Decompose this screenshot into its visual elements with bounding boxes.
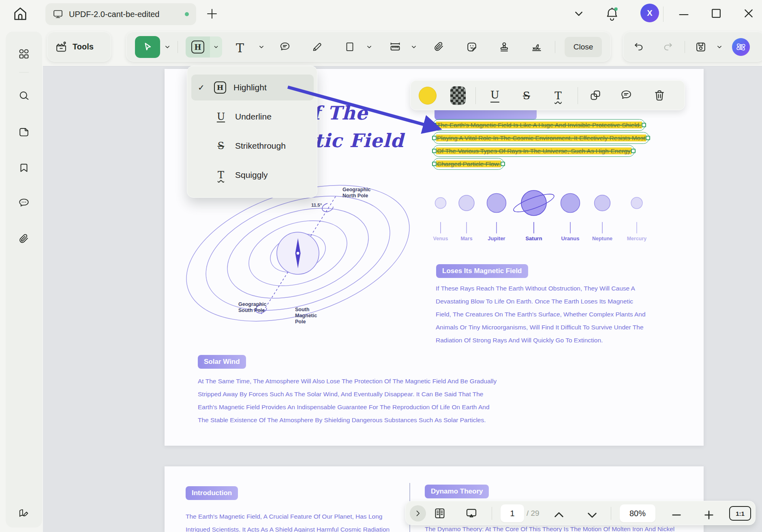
tools-button[interactable]: Tools: [47, 32, 111, 62]
annotated-text-line[interactable]: Playing A Vital Role In The Cosmic Envir…: [433, 132, 649, 144]
toolbox-icon: [55, 40, 68, 53]
annotated-text-line[interactable]: The Earth's Magnetic Field Is Like A Hug…: [433, 119, 645, 131]
zoom-in-button[interactable]: [702, 508, 715, 521]
comments-panel-button[interactable]: [18, 197, 30, 209]
delete-button[interactable]: [653, 89, 666, 102]
selection-handle[interactable]: [432, 162, 437, 166]
two-page-view-button[interactable]: [433, 507, 446, 520]
attachments-panel-button[interactable]: [18, 233, 30, 245]
menu-item-label: Strikethrough: [235, 141, 286, 151]
planets-chart: Venus Mars Jupiter Saturn Uranus Neptune: [430, 186, 657, 247]
previous-page-button[interactable]: [552, 508, 565, 521]
close-tool-button[interactable]: Close: [565, 37, 602, 57]
presentation-mode-button[interactable]: [465, 507, 478, 520]
page-total-label: / 29: [527, 501, 539, 526]
svg-text:Uranus: Uranus: [561, 235, 580, 241]
zoom-level-input[interactable]: 80%: [620, 504, 655, 522]
next-page-button[interactable]: [586, 508, 599, 521]
body-text-line: At The Same Time, The Atmosphere Will Al…: [198, 378, 497, 385]
section-badge-dynamo: Dynamo Theory: [425, 485, 489, 498]
comment-button[interactable]: [620, 89, 633, 102]
notifications-button[interactable]: [605, 6, 619, 22]
body-text-line: Intrigued Scientists. It Acts As A Shiel…: [186, 526, 390, 532]
thumbnails-button[interactable]: [18, 48, 30, 60]
selection-handle[interactable]: [631, 149, 636, 153]
planet-mercury: Mercury: [627, 197, 647, 241]
chevron-down-icon[interactable]: [410, 43, 417, 51]
minimize-button[interactable]: [678, 8, 691, 20]
selection-handle[interactable]: [432, 149, 437, 153]
undo-button[interactable]: [633, 41, 645, 53]
text-tool-button[interactable]: T: [236, 41, 248, 53]
chevron-down-icon[interactable]: [164, 43, 171, 51]
pages-button[interactable]: [18, 126, 30, 138]
avatar[interactable]: X: [640, 4, 659, 22]
actual-size-button[interactable]: 1:1: [729, 506, 751, 521]
measure-tool-button[interactable]: [389, 41, 401, 53]
underline-button[interactable]: U: [486, 87, 504, 105]
search-button[interactable]: [18, 90, 30, 102]
redo-button[interactable]: [662, 41, 674, 53]
signature-tool-button[interactable]: [530, 41, 544, 53]
svg-text:Mercury: Mercury: [627, 236, 647, 241]
highlighted-text: Playing A Vital Role In The Cosmic Envir…: [436, 135, 646, 141]
body-text-line: The Stable Existence Of The Atmosphere B…: [198, 417, 486, 424]
zoom-out-button[interactable]: [670, 508, 683, 521]
shape-tool-button[interactable]: [344, 41, 356, 53]
copy-button[interactable]: [589, 89, 602, 102]
save-button[interactable]: [695, 41, 707, 53]
body-text-line: Animals Or Tiny Microorganisms, Will Fin…: [436, 324, 644, 331]
sidebar-divider: [19, 72, 29, 73]
close-window-button[interactable]: [743, 7, 756, 20]
close-label: Close: [574, 43, 593, 51]
south-magnetic-label: South Magnetic Pole: [295, 307, 319, 325]
avatar-letter: X: [647, 9, 652, 18]
opacity-pattern-button[interactable]: [450, 86, 466, 105]
comment-tool-button[interactable]: [279, 41, 291, 53]
page-number-input[interactable]: 1: [501, 504, 524, 522]
strikethrough-icon: S: [214, 139, 228, 153]
strikethrough-button[interactable]: S: [518, 87, 535, 105]
checkmark-icon: ✓: [198, 83, 207, 92]
toolbar-divider: [492, 507, 492, 520]
pencil-tool-button[interactable]: [311, 41, 323, 53]
window-menu-button[interactable]: [573, 8, 585, 20]
menu-item-squiggly[interactable]: T Squiggly: [191, 162, 314, 188]
ai-assistant-button[interactable]: [732, 38, 750, 56]
menu-item-label: Underline: [235, 112, 272, 122]
reader-mode-button[interactable]: [18, 507, 30, 519]
annotated-text-line[interactable]: Charged Particle Flow.: [433, 158, 504, 170]
selection-handle[interactable]: [646, 136, 650, 140]
chevron-down-icon[interactable]: [258, 43, 265, 51]
body-text-line: Stripped Away By Forces Such As The Sola…: [198, 391, 484, 398]
squiggly-button[interactable]: T: [549, 87, 567, 105]
maximize-button[interactable]: [710, 7, 723, 20]
selection-handle[interactable]: [642, 123, 646, 127]
chevron-down-icon[interactable]: [366, 43, 373, 51]
home-button[interactable]: [12, 6, 30, 24]
bookmarks-button[interactable]: [18, 162, 30, 174]
chevron-down-icon[interactable]: [716, 43, 723, 51]
selection-handle[interactable]: [501, 162, 505, 166]
planet-mars: Mars: [459, 195, 474, 241]
body-text-line: Devastating Blow To Life On Earth. Once …: [436, 298, 633, 305]
stamp-tool-button[interactable]: [498, 41, 510, 53]
new-tab-button[interactable]: [205, 6, 221, 23]
highlight-tool-button[interactable]: H: [186, 36, 222, 58]
document-tab[interactable]: UPDF-2.0-cant-be-edited: [45, 3, 196, 25]
expand-toolbar-button[interactable]: [410, 505, 426, 521]
planet-jupiter: Jupiter: [487, 194, 506, 242]
select-tool-button[interactable]: [135, 36, 160, 58]
section-badge-loses: Loses Its Magnetic Field: [436, 264, 528, 278]
close-icon: [743, 7, 755, 19]
body-text-line: Radiation Of Strong Rays And Will Quickl…: [436, 337, 603, 344]
annotated-text-line[interactable]: Of The Various Types Of Rays In The Univ…: [433, 145, 635, 157]
svg-text:Venus: Venus: [433, 236, 448, 241]
attachment-tool-button[interactable]: [433, 41, 445, 53]
bell-icon: [605, 6, 619, 22]
sticker-tool-button[interactable]: [466, 41, 478, 53]
toolbar-divider: [475, 87, 476, 104]
toolbar-divider: [178, 41, 178, 53]
underline-icon: U: [214, 110, 228, 124]
body-text-line: Earth's Magnetic Field Provides An Indis…: [198, 404, 490, 411]
